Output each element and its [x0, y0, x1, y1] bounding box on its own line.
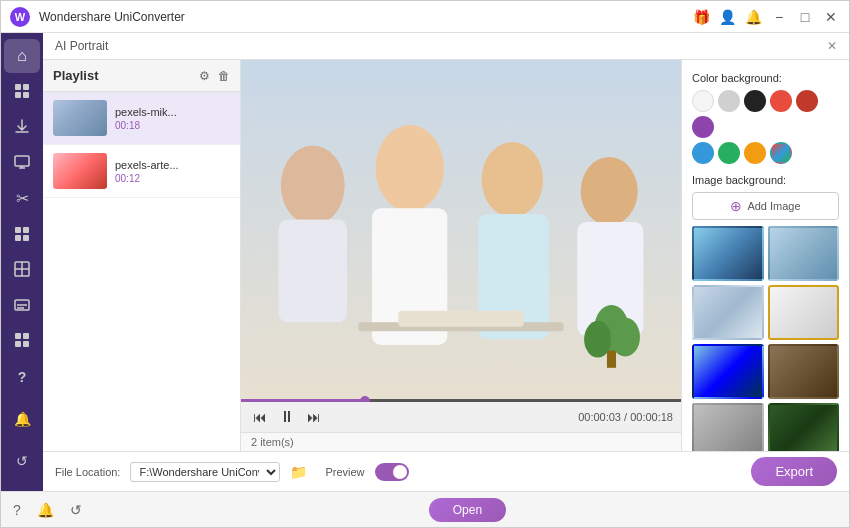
footer: ? 🔔 ↺ Open: [1, 491, 849, 527]
main-layout: ⌂ ✂ ? 🔔: [1, 33, 849, 491]
plus-icon: ⊕: [730, 198, 742, 214]
svg-rect-19: [15, 333, 21, 339]
svg-rect-6: [15, 156, 29, 166]
playlist-item-duration-1: 00:18: [115, 120, 177, 131]
help-footer-icon[interactable]: ?: [13, 502, 21, 518]
playlist-panel: Playlist ⚙ 🗑 pexels-mik... 00:18: [43, 60, 241, 451]
add-image-button[interactable]: ⊕ Add Image: [692, 192, 839, 220]
item-count-bar: 2 item(s): [241, 432, 681, 451]
preview-label: Preview: [325, 466, 364, 478]
playlist-item-name-2: pexels-arte...: [115, 159, 179, 171]
video-container: [241, 60, 681, 402]
preview-toggle[interactable]: [375, 463, 409, 481]
prev-button[interactable]: ⏮: [249, 407, 271, 427]
svg-rect-2: [15, 84, 21, 90]
export-button[interactable]: Export: [751, 457, 837, 486]
svg-rect-25: [279, 220, 347, 323]
sidebar-item-download[interactable]: [4, 110, 40, 144]
svg-text:W: W: [15, 11, 26, 23]
svg-rect-9: [15, 227, 21, 233]
sidebar-item-convert[interactable]: [4, 75, 40, 109]
svg-point-36: [584, 321, 611, 357]
close-panel-button[interactable]: ✕: [827, 39, 837, 53]
play-pause-button[interactable]: ⏸: [275, 406, 299, 428]
playlist-thumb-1: [53, 100, 107, 136]
sidebar-item-toolbox[interactable]: [4, 324, 40, 358]
list-item[interactable]: pexels-arte... 00:12: [43, 145, 240, 198]
video-frame: [241, 60, 681, 402]
notification-footer-icon[interactable]: 🔔: [37, 502, 54, 518]
window-controls: 🎁 👤 🔔 − □ ✕: [691, 7, 841, 27]
swatch-purple[interactable]: [692, 116, 714, 138]
swatch-white[interactable]: [692, 90, 714, 112]
gift-icon[interactable]: 🎁: [691, 7, 711, 27]
sidebar-item-home[interactable]: ⌂: [4, 39, 40, 73]
swatch-orange[interactable]: [744, 142, 766, 164]
total-time: 00:00:18: [630, 411, 673, 423]
color-bg-section: Color background:: [692, 72, 839, 164]
svg-rect-5: [23, 92, 29, 98]
image-bg-label: Image background:: [692, 174, 839, 186]
swatch-darkred[interactable]: [796, 90, 818, 112]
sidebar-bottom: ? 🔔 ↺: [4, 359, 40, 491]
time-display: 00:00:03 / 00:00:18: [578, 411, 673, 423]
swatch-black[interactable]: [744, 90, 766, 112]
file-location-select[interactable]: F:\Wondershare UniConverter: [130, 462, 280, 482]
swatch-green[interactable]: [718, 142, 740, 164]
image-thumb-5[interactable]: [692, 344, 764, 399]
playlist-item-info-1: pexels-mik... 00:18: [115, 106, 177, 131]
swatch-rainbow[interactable]: [770, 142, 792, 164]
image-thumb-7[interactable]: [692, 403, 764, 451]
bell-icon[interactable]: 🔔: [743, 7, 763, 27]
color-swatches-row2: [692, 142, 839, 164]
svg-rect-33: [398, 311, 523, 327]
playlist-header: Playlist ⚙ 🗑: [43, 60, 240, 92]
help-icon[interactable]: ?: [4, 359, 40, 395]
video-section: ⏮ ⏸ ⏭ 00:00:03 / 00:00:18 2 item(s): [241, 60, 681, 451]
swatch-red[interactable]: [770, 90, 792, 112]
playlist-delete-icon[interactable]: 🗑: [218, 69, 230, 83]
open-button[interactable]: Open: [429, 498, 506, 522]
minimize-button[interactable]: −: [769, 7, 789, 27]
current-time: 00:00:03: [578, 411, 621, 423]
sidebar-item-watermark[interactable]: [4, 252, 40, 286]
image-thumb-1[interactable]: [692, 226, 764, 281]
file-location-label: File Location:: [55, 466, 120, 478]
image-thumb-4[interactable]: [768, 285, 840, 340]
toggle-knob: [393, 465, 407, 479]
video-controls: ⏮ ⏸ ⏭ 00:00:03 / 00:00:18: [241, 402, 681, 432]
maximize-button[interactable]: □: [795, 7, 815, 27]
sidebar-item-cut[interactable]: ✂: [4, 181, 40, 215]
svg-point-26: [376, 125, 444, 212]
image-thumb-8[interactable]: [768, 403, 840, 451]
feedback-icon[interactable]: ↺: [4, 443, 40, 479]
swatch-gray[interactable]: [718, 90, 740, 112]
svg-point-24: [281, 146, 345, 226]
user-icon[interactable]: 👤: [717, 7, 737, 27]
notification-icon[interactable]: 🔔: [4, 401, 40, 437]
image-thumb-6[interactable]: [768, 344, 840, 399]
playlist-items: pexels-mik... 00:18 pexels-arte... 00:12: [43, 92, 240, 451]
list-item[interactable]: pexels-mik... 00:18: [43, 92, 240, 145]
next-button[interactable]: ⏭: [303, 407, 325, 427]
sidebar: ⌂ ✂ ? 🔔: [1, 33, 43, 491]
refresh-footer-icon[interactable]: ↺: [70, 502, 82, 518]
folder-browse-button[interactable]: 📁: [290, 464, 307, 480]
playlist-item-info-2: pexels-arte... 00:12: [115, 159, 179, 184]
titlebar: W Wondershare UniConverter 🎁 👤 🔔 − □ ✕: [1, 1, 849, 33]
sidebar-item-merge[interactable]: [4, 217, 40, 251]
image-thumbnails: [692, 226, 839, 451]
sidebar-item-subtitle[interactable]: [4, 288, 40, 322]
playlist-thumb-2: [53, 153, 107, 189]
sidebar-item-screen[interactable]: [4, 146, 40, 180]
close-button[interactable]: ✕: [821, 7, 841, 27]
svg-point-37: [610, 318, 640, 357]
image-thumb-3[interactable]: [692, 285, 764, 340]
image-thumb-2[interactable]: [768, 226, 840, 281]
app-logo: W: [9, 6, 31, 28]
swatch-blue[interactable]: [692, 142, 714, 164]
playlist-title: Playlist: [53, 68, 99, 83]
ai-portrait-title: AI Portrait: [55, 39, 108, 53]
playlist-settings-icon[interactable]: ⚙: [199, 69, 210, 83]
app-title: Wondershare UniConverter: [39, 10, 691, 24]
